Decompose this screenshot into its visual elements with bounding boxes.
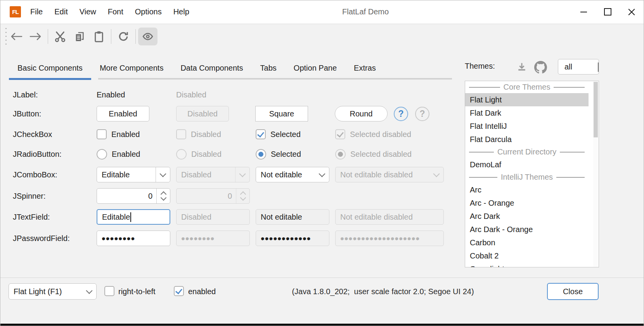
jlabel-enabled: Enabled [97,90,125,99]
radio-selected[interactable]: Selected [256,145,301,163]
chevron-down-icon [240,195,246,201]
textfield-disabled: Disabled [176,209,250,225]
right-to-left-label[interactable]: right-to-left [118,283,156,300]
help-button[interactable]: ? [394,107,408,121]
refresh-button[interactable] [114,28,133,45]
tab-more-components[interactable]: More Components [91,58,172,80]
cut-button[interactable] [50,28,70,45]
checkbox-enabled[interactable]: Enabled [97,125,140,144]
download-theme-button[interactable] [515,61,529,74]
menu-edit[interactable]: Edit [48,7,73,16]
square-button[interactable]: Square [255,106,308,121]
window-title: FlatLaf Demo [342,0,389,23]
jlabel-row: JLabel: Enabled Disabled [0,85,458,104]
enabled-checkbox[interactable] [174,286,184,296]
download-icon [516,61,528,73]
theme-item-flat-dark[interactable]: Flat Dark [465,106,589,120]
theme-item-arc-dark[interactable]: Arc Dark [465,210,589,223]
window-controls [571,0,644,23]
theme-item-flat-light[interactable]: Flat Light [465,93,589,106]
passwordfield-not-editable[interactable]: •••••••••••• [256,231,329,246]
chevron-down-icon [429,167,443,182]
checkbox-checked-icon [256,129,266,139]
back-button[interactable] [7,28,26,45]
titlebar: FL File Edit View Font Options Help Flat… [0,0,644,24]
flatlaf-demo-window: { "window": { "title": "FlatLaf Demo", "… [0,0,644,326]
themes-filter-combobox[interactable]: all [558,59,599,75]
forward-button[interactable] [26,28,45,45]
tab-option-pane[interactable]: Option Pane [285,58,345,80]
close-window-button[interactable] [620,0,644,23]
spinner-arrows [236,189,249,203]
laf-combobox[interactable]: Flat Light (F1) [9,283,97,300]
checkbox-selected[interactable]: Selected [256,125,301,144]
jpasswordfield-row: JPasswordField: •••••••• •••••••• ••••••… [0,229,458,248]
tab-tabs[interactable]: Tabs [252,58,285,80]
chevron-down-icon[interactable] [315,167,329,182]
theme-group-separator: IntelliJ Themes [465,171,589,183]
paste-button[interactable] [89,28,109,45]
radio-icon [97,149,107,160]
enabled-label[interactable]: enabled [188,283,216,300]
theme-item-cobalt-2[interactable]: Cobalt 2 [465,249,589,262]
menu-file[interactable]: File [24,7,48,16]
copy-button[interactable] [70,28,89,45]
scrollbar-thumb[interactable] [594,82,598,137]
theme-item-flat-intellij[interactable]: Flat IntelliJ [465,120,589,133]
theme-group-separator: Core Themes [465,81,589,93]
spinner-enabled[interactable]: 0 [97,188,170,204]
jspinner-row-label: JSpinner: [13,192,46,201]
tab-extras[interactable]: Extras [345,58,384,80]
maximize-icon [604,8,611,16]
chevron-down-icon[interactable] [156,167,170,182]
round-button[interactable]: Round [335,106,388,121]
textfield-not-editable[interactable]: Not editable [256,209,329,225]
copy-icon [73,30,86,43]
menu-font[interactable]: Font [102,7,129,16]
menu-view[interactable]: View [74,7,102,16]
maximize-button[interactable] [596,0,620,23]
themes-scrollbar[interactable] [593,82,598,267]
chevron-down-icon[interactable] [82,284,96,299]
theme-item-demolaf[interactable]: DemoLaf [465,158,589,171]
jbutton-row: JButton: Enabled Disabled Square Round ?… [0,104,458,123]
theme-item-carbon[interactable]: Carbon [465,236,589,249]
minimize-button[interactable] [571,0,596,23]
combobox-not-editable[interactable]: Not editable [256,167,329,182]
spinner-value[interactable]: 0 [97,192,156,201]
menu-help[interactable]: Help [168,7,195,16]
right-to-left-checkbox[interactable] [104,286,114,296]
theme-item-arc[interactable]: Arc [465,183,589,196]
close-button[interactable]: Close [547,283,599,300]
help-button-disabled: ? [415,107,429,121]
enabled-button[interactable]: Enabled [97,106,149,121]
tab-basic-components[interactable]: Basic Components [9,58,91,80]
textfield-editable[interactable]: Editable [97,209,170,225]
theme-item-arc-dark-orange[interactable]: Arc Dark - Orange [465,223,589,236]
checkbox-disabled: Disabled [176,125,221,144]
passwordfield-enabled[interactable]: •••••••• [97,231,170,246]
checkbox-icon [97,129,107,139]
menu-options[interactable]: Options [129,7,168,16]
themes-list: Core Themes Flat Light Flat Dark Flat In… [465,81,599,267]
radio-selected-disabled: Selected disabled [335,145,412,163]
themes-label: Themes: [465,62,495,71]
github-icon [534,61,547,74]
theme-item-flat-darcula[interactable]: Flat Darcula [465,133,589,146]
radio-disabled: Disabled [176,145,222,163]
radio-enabled[interactable]: Enabled [97,145,140,163]
github-link-button[interactable] [533,61,547,74]
paste-icon [93,30,105,43]
combobox-editable[interactable]: Editable [97,167,170,182]
tab-baseline [98,78,452,80]
spinner-arrows[interactable] [156,189,170,203]
tab-data-components[interactable]: Data Components [172,58,251,80]
app-logo: FL [10,6,21,17]
laf-combobox-value: Flat Light (F1) [9,287,82,296]
radio-selected-icon [335,149,346,160]
theme-item-arc-orange[interactable]: Arc - Orange [465,196,589,210]
show-hover-effects-toggle[interactable] [138,28,158,45]
close-icon [628,8,635,16]
theme-item-cyan-light[interactable]: Cyan light [465,262,589,267]
passwordfield-disabled: •••••••• [176,231,250,246]
